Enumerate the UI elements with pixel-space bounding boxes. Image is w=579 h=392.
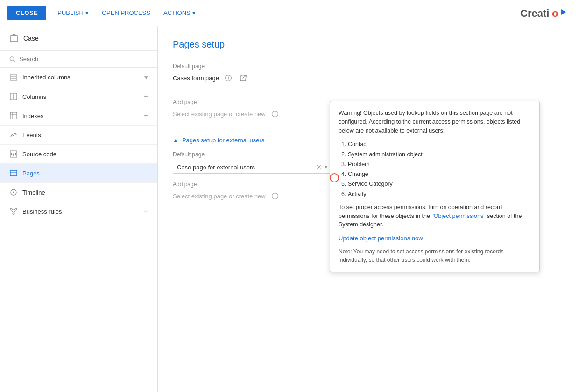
svg-point-29 <box>228 76 229 77</box>
external-add-page-placeholder: Select existing page or create new <box>173 193 266 200</box>
sidebar-item-indexes[interactable]: Indexes + <box>0 106 157 126</box>
search-icon <box>9 56 15 63</box>
pages-label: Pages <box>22 170 148 177</box>
svg-point-33 <box>275 112 275 113</box>
business-rules-label: Business rules <box>22 208 139 215</box>
creatio-logo: Creati o <box>520 6 572 21</box>
list-item: Problem <box>348 160 531 169</box>
external-page-arrow-icon: ▾ <box>325 164 327 170</box>
sidebar: Case Inherited columns ▾ <box>0 26 158 392</box>
warning-objects-list: Contact System administration object Pro… <box>348 140 531 199</box>
indexes-icon <box>9 112 18 120</box>
svg-rect-6 <box>10 75 17 76</box>
sidebar-item-inherited-columns[interactable]: Inherited columns ▾ <box>0 68 157 87</box>
timeline-label: Timeline <box>22 189 148 196</box>
svg-rect-16 <box>10 170 17 176</box>
list-item: Contact <box>348 140 531 149</box>
publish-button[interactable]: PUBLISH ▾ <box>57 9 89 16</box>
inherited-columns-chevron[interactable]: ▾ <box>144 73 148 82</box>
svg-point-21 <box>10 208 12 210</box>
warning-access-text: To set proper access permissions, turn o… <box>339 203 531 229</box>
source-code-label: Source code <box>22 151 148 158</box>
columns-icon <box>9 92 18 101</box>
add-page-placeholder: Select existing page or create new <box>173 111 266 118</box>
sidebar-item-events[interactable]: Events <box>0 126 157 145</box>
update-object-permissions-link[interactable]: Update object permissions now <box>339 235 531 242</box>
external-users-chevron-icon: ▲ <box>173 137 178 144</box>
source-code-icon <box>9 150 18 158</box>
svg-marker-2 <box>561 9 566 15</box>
default-page-open-btn[interactable] <box>238 72 249 84</box>
svg-line-20 <box>12 190 13 192</box>
close-button[interactable]: CLOSE <box>7 6 46 20</box>
svg-line-26 <box>14 210 16 213</box>
external-add-page-info-btn[interactable] <box>269 190 281 202</box>
external-page-clear-btn[interactable]: ✕ <box>315 163 323 171</box>
add-page-info-btn[interactable] <box>269 108 281 119</box>
actions-button[interactable]: ACTIONS ▾ <box>163 9 196 16</box>
indexes-label: Indexes <box>22 112 139 119</box>
content-area: Pages setup Default page Cases form page <box>158 26 579 392</box>
default-page-field-row: Cases form page <box>173 72 564 84</box>
timeline-icon <box>9 188 18 196</box>
indexes-plus[interactable]: + <box>144 112 148 120</box>
svg-point-22 <box>15 208 17 210</box>
sidebar-item-source-code[interactable]: Source code <box>0 145 157 164</box>
business-rules-plus[interactable]: + <box>144 207 148 216</box>
topbar-nav: PUBLISH ▾ OPEN PROCESS ACTIONS ▾ <box>57 9 509 16</box>
page-title: Pages setup <box>173 39 564 50</box>
svg-line-25 <box>11 210 13 213</box>
search-box[interactable] <box>0 51 157 68</box>
inherited-columns-label: Inherited columns <box>22 74 140 81</box>
external-page-value: Case page for external users <box>177 164 313 171</box>
warning-intro-text: Warning! Objects used by lookup fields o… <box>339 109 531 135</box>
events-icon <box>9 131 18 139</box>
list-item: Service Category <box>348 179 531 189</box>
svg-rect-10 <box>14 93 17 100</box>
sidebar-items: Inherited columns ▾ Columns + <box>0 68 157 392</box>
default-page-value: Cases form page <box>173 75 219 82</box>
svg-rect-9 <box>10 93 13 100</box>
pages-icon <box>9 169 18 177</box>
svg-rect-8 <box>10 79 17 80</box>
sidebar-item-business-rules[interactable]: Business rules + <box>0 202 157 221</box>
svg-line-30 <box>243 75 246 78</box>
svg-text:o: o <box>552 7 558 19</box>
svg-text:Creati: Creati <box>520 7 549 19</box>
sidebar-item-columns[interactable]: Columns + <box>0 87 157 106</box>
svg-point-23 <box>13 213 14 215</box>
search-input[interactable] <box>19 56 148 63</box>
warning-popup: Warning! Objects used by lookup fields o… <box>330 101 540 272</box>
external-users-label: Pages setup for external users <box>182 137 264 144</box>
inherited-columns-icon <box>9 73 18 82</box>
svg-line-5 <box>14 60 15 62</box>
sidebar-item-pages[interactable]: Pages <box>0 164 157 183</box>
svg-point-19 <box>13 192 14 193</box>
object-permissions-link[interactable]: "Object permissions" <box>431 213 485 219</box>
sidebar-item-timeline[interactable]: Timeline <box>0 183 157 202</box>
list-item: Activity <box>348 189 531 199</box>
svg-rect-7 <box>10 77 17 78</box>
svg-rect-11 <box>10 112 17 119</box>
svg-point-39 <box>275 194 275 195</box>
main-layout: Case Inherited columns ▾ <box>0 26 579 392</box>
columns-plus[interactable]: + <box>144 92 148 101</box>
open-process-button[interactable]: OPEN PROCESS <box>102 9 150 16</box>
default-page-info-btn[interactable] <box>223 72 234 84</box>
business-rules-icon <box>9 207 18 216</box>
sidebar-case-header: Case <box>0 26 157 51</box>
svg-rect-3 <box>10 36 18 42</box>
list-item: System administration object <box>348 150 531 160</box>
case-icon <box>9 34 19 43</box>
warning-note-text: Note: You may need to set access permiss… <box>339 247 531 264</box>
default-page-section: Default page Cases form page <box>173 63 564 84</box>
topbar: CLOSE PUBLISH ▾ OPEN PROCESS ACTIONS ▾ C… <box>0 0 579 26</box>
list-item: Change <box>348 169 531 179</box>
events-label: Events <box>22 132 148 139</box>
default-page-label: Default page <box>173 63 564 70</box>
case-label: Case <box>23 35 39 42</box>
external-page-dropdown[interactable]: Case page for external users ✕ ▾ <box>173 161 332 174</box>
columns-label: Columns <box>22 93 139 100</box>
svg-line-15 <box>13 152 14 156</box>
